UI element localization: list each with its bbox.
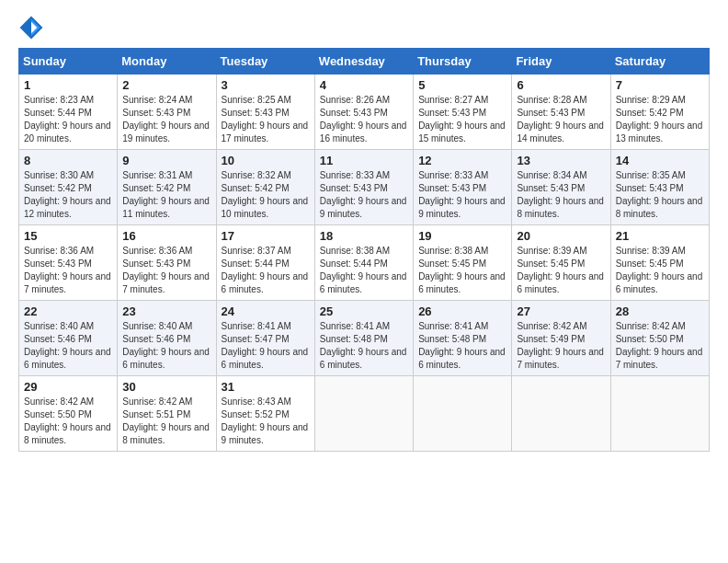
day-cell: 22 Sunrise: 8:40 AMSunset: 5:46 PMDaylig…	[19, 301, 118, 376]
day-number: 12	[418, 154, 506, 167]
day-info: Sunrise: 8:38 AMSunset: 5:45 PMDaylight:…	[418, 245, 506, 296]
day-info: Sunrise: 8:43 AMSunset: 5:52 PMDaylight:…	[222, 396, 310, 447]
day-info: Sunrise: 8:30 AMSunset: 5:42 PMDaylight:…	[24, 169, 112, 221]
day-cell: 31 Sunrise: 8:43 AMSunset: 5:52 PMDaylig…	[216, 376, 314, 452]
day-number: 18	[320, 229, 408, 243]
day-info: Sunrise: 8:25 AMSunset: 5:43 PMDaylight:…	[222, 94, 310, 145]
day-cell: 16 Sunrise: 8:36 AMSunset: 5:43 PMDaylig…	[118, 225, 216, 301]
day-cell: 10 Sunrise: 8:32 AMSunset: 5:42 PMDaylig…	[216, 150, 314, 225]
day-cell: 17 Sunrise: 8:37 AMSunset: 5:44 PMDaylig…	[216, 225, 314, 301]
day-number: 28	[616, 304, 704, 318]
day-info: Sunrise: 8:37 AMSunset: 5:44 PMDaylight:…	[222, 245, 310, 296]
day-info: Sunrise: 8:24 AMSunset: 5:43 PMDaylight:…	[122, 94, 210, 145]
day-info: Sunrise: 8:35 AMSunset: 5:43 PMDaylight:…	[616, 169, 704, 221]
day-number: 2	[122, 78, 210, 92]
header-monday: Monday	[118, 49, 216, 75]
day-cell: 15 Sunrise: 8:36 AMSunset: 5:43 PMDaylig…	[19, 225, 118, 301]
header-friday: Friday	[512, 49, 610, 75]
day-cell: 12 Sunrise: 8:33 AMSunset: 5:43 PMDaylig…	[414, 150, 512, 225]
logo	[18, 15, 48, 40]
day-number: 10	[222, 154, 310, 167]
day-number: 5	[418, 78, 506, 92]
header-saturday: Saturday	[610, 49, 709, 75]
calendar-table: SundayMondayTuesdayWednesdayThursdayFrid…	[18, 48, 710, 452]
day-cell: 26 Sunrise: 8:41 AMSunset: 5:48 PMDaylig…	[414, 301, 512, 376]
day-info: Sunrise: 8:28 AMSunset: 5:43 PMDaylight:…	[517, 94, 605, 145]
day-cell: 29 Sunrise: 8:42 AMSunset: 5:50 PMDaylig…	[19, 376, 118, 452]
day-number: 14	[616, 154, 704, 167]
day-info: Sunrise: 8:27 AMSunset: 5:43 PMDaylight:…	[418, 94, 506, 145]
day-number: 30	[122, 380, 210, 394]
day-cell: 18 Sunrise: 8:38 AMSunset: 5:44 PMDaylig…	[314, 225, 413, 301]
day-cell: 24 Sunrise: 8:41 AMSunset: 5:47 PMDaylig…	[216, 301, 314, 376]
header	[18, 15, 710, 40]
day-info: Sunrise: 8:32 AMSunset: 5:42 PMDaylight:…	[222, 169, 310, 221]
header-row: SundayMondayTuesdayWednesdayThursdayFrid…	[19, 49, 710, 75]
day-cell: 9 Sunrise: 8:31 AMSunset: 5:42 PMDayligh…	[118, 150, 216, 225]
day-info: Sunrise: 8:31 AMSunset: 5:42 PMDaylight:…	[122, 169, 210, 221]
day-number: 27	[517, 304, 605, 318]
day-info: Sunrise: 8:42 AMSunset: 5:50 PMDaylight:…	[24, 396, 112, 447]
day-cell: 27 Sunrise: 8:42 AMSunset: 5:49 PMDaylig…	[512, 301, 610, 376]
day-number: 23	[122, 304, 210, 318]
day-number: 29	[24, 380, 112, 394]
day-number: 11	[320, 154, 408, 167]
day-cell: 21 Sunrise: 8:39 AMSunset: 5:45 PMDaylig…	[610, 225, 709, 301]
header-thursday: Thursday	[414, 49, 512, 75]
week-row-2: 8 Sunrise: 8:30 AMSunset: 5:42 PMDayligh…	[19, 150, 710, 225]
day-info: Sunrise: 8:40 AMSunset: 5:46 PMDaylight:…	[122, 320, 210, 372]
day-cell	[610, 376, 709, 452]
day-cell: 6 Sunrise: 8:28 AMSunset: 5:43 PMDayligh…	[512, 75, 610, 150]
day-number: 13	[517, 154, 605, 167]
day-number: 6	[517, 78, 605, 92]
day-info: Sunrise: 8:41 AMSunset: 5:47 PMDaylight:…	[222, 320, 310, 372]
day-cell: 19 Sunrise: 8:38 AMSunset: 5:45 PMDaylig…	[414, 225, 512, 301]
day-info: Sunrise: 8:40 AMSunset: 5:46 PMDaylight:…	[24, 320, 112, 372]
day-cell: 25 Sunrise: 8:41 AMSunset: 5:48 PMDaylig…	[314, 301, 413, 376]
day-number: 22	[24, 304, 112, 318]
day-number: 7	[616, 78, 704, 92]
day-cell: 2 Sunrise: 8:24 AMSunset: 5:43 PMDayligh…	[118, 75, 216, 150]
day-cell: 1 Sunrise: 8:23 AMSunset: 5:44 PMDayligh…	[19, 75, 118, 150]
day-number: 24	[222, 304, 310, 318]
day-cell: 8 Sunrise: 8:30 AMSunset: 5:42 PMDayligh…	[19, 150, 118, 225]
header-sunday: Sunday	[19, 49, 118, 75]
week-row-5: 29 Sunrise: 8:42 AMSunset: 5:50 PMDaylig…	[19, 376, 710, 452]
day-cell	[314, 376, 413, 452]
day-info: Sunrise: 8:36 AMSunset: 5:43 PMDaylight:…	[122, 245, 210, 296]
day-cell: 5 Sunrise: 8:27 AMSunset: 5:43 PMDayligh…	[414, 75, 512, 150]
day-cell: 20 Sunrise: 8:39 AMSunset: 5:45 PMDaylig…	[512, 225, 610, 301]
day-info: Sunrise: 8:29 AMSunset: 5:42 PMDaylight:…	[616, 94, 704, 145]
day-cell: 11 Sunrise: 8:33 AMSunset: 5:43 PMDaylig…	[314, 150, 413, 225]
day-cell: 4 Sunrise: 8:26 AMSunset: 5:43 PMDayligh…	[314, 75, 413, 150]
week-row-3: 15 Sunrise: 8:36 AMSunset: 5:43 PMDaylig…	[19, 225, 710, 301]
day-info: Sunrise: 8:42 AMSunset: 5:51 PMDaylight:…	[122, 396, 210, 447]
header-tuesday: Tuesday	[216, 49, 314, 75]
day-info: Sunrise: 8:42 AMSunset: 5:50 PMDaylight:…	[616, 320, 704, 372]
day-cell	[512, 376, 610, 452]
day-info: Sunrise: 8:41 AMSunset: 5:48 PMDaylight:…	[320, 320, 408, 372]
day-info: Sunrise: 8:33 AMSunset: 5:43 PMDaylight:…	[320, 169, 408, 221]
day-cell: 3 Sunrise: 8:25 AMSunset: 5:43 PMDayligh…	[216, 75, 314, 150]
day-number: 17	[222, 229, 310, 243]
day-number: 26	[418, 304, 506, 318]
day-info: Sunrise: 8:36 AMSunset: 5:43 PMDaylight:…	[24, 245, 112, 296]
day-number: 3	[222, 78, 310, 92]
logo-icon	[18, 15, 44, 40]
day-number: 16	[122, 229, 210, 243]
day-number: 19	[418, 229, 506, 243]
day-info: Sunrise: 8:38 AMSunset: 5:44 PMDaylight:…	[320, 245, 408, 296]
day-info: Sunrise: 8:23 AMSunset: 5:44 PMDaylight:…	[24, 94, 112, 145]
day-number: 15	[24, 229, 112, 243]
week-row-1: 1 Sunrise: 8:23 AMSunset: 5:44 PMDayligh…	[19, 75, 710, 150]
day-number: 31	[222, 380, 310, 394]
day-info: Sunrise: 8:41 AMSunset: 5:48 PMDaylight:…	[418, 320, 506, 372]
day-info: Sunrise: 8:39 AMSunset: 5:45 PMDaylight:…	[616, 245, 704, 296]
day-info: Sunrise: 8:34 AMSunset: 5:43 PMDaylight:…	[517, 169, 605, 221]
day-info: Sunrise: 8:42 AMSunset: 5:49 PMDaylight:…	[517, 320, 605, 372]
day-number: 4	[320, 78, 408, 92]
day-number: 1	[24, 78, 112, 92]
day-number: 9	[122, 154, 210, 167]
day-info: Sunrise: 8:26 AMSunset: 5:43 PMDaylight:…	[320, 94, 408, 145]
day-cell: 14 Sunrise: 8:35 AMSunset: 5:43 PMDaylig…	[610, 150, 709, 225]
